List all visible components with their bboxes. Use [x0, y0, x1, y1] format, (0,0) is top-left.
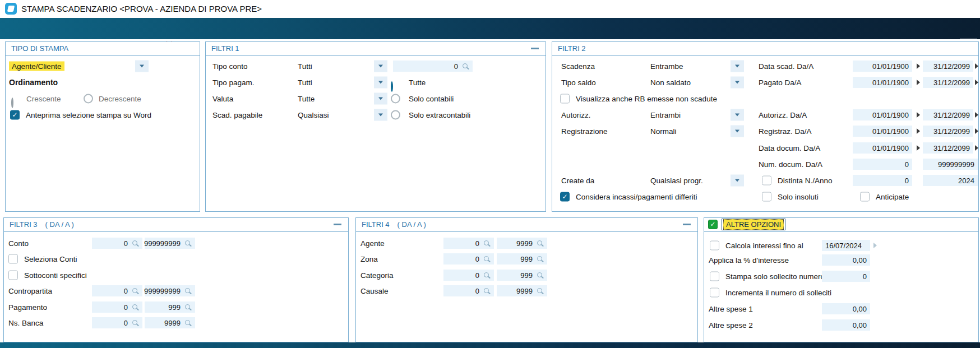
- search-icon[interactable]: [132, 287, 139, 295]
- minimize-icon[interactable]: [531, 48, 539, 49]
- calendar-arrow-icon[interactable]: [873, 243, 880, 248]
- chevron-down-icon[interactable]: [374, 109, 387, 121]
- anticipate-checkbox[interactable]: [860, 192, 870, 202]
- chevron-down-icon[interactable]: [374, 61, 387, 72]
- chevron-down-icon[interactable]: [731, 175, 744, 187]
- chevron-down-icon[interactable]: [731, 77, 744, 89]
- calcola-interessi-date-field[interactable]: 16/07/2024: [822, 240, 870, 251]
- anteprima-checkbox[interactable]: [10, 110, 20, 120]
- tipo-stampa-select-value[interactable]: Agente/Cliente: [9, 62, 64, 71]
- ns-banca-from-field[interactable]: 0: [92, 317, 142, 328]
- minimize-icon[interactable]: [334, 224, 341, 225]
- search-icon[interactable]: [483, 240, 491, 247]
- chevron-down-icon[interactable]: [374, 77, 387, 89]
- contropartita-from-field[interactable]: 0: [92, 285, 142, 296]
- scad-pagabile-value[interactable]: Qualsiasi: [298, 111, 329, 119]
- search-icon[interactable]: [184, 319, 192, 327]
- radio-solo-contabili[interactable]: [391, 94, 400, 104]
- radio-solo-extracontabili[interactable]: [391, 110, 400, 120]
- calendar-arrow-icon[interactable]: [975, 145, 980, 151]
- search-icon[interactable]: [483, 256, 491, 263]
- contropartita-to-field[interactable]: 999999999: [145, 285, 195, 296]
- calendar-arrow-icon[interactable]: [917, 80, 923, 85]
- ns-banca-to-field[interactable]: 9999: [145, 317, 195, 328]
- search-icon[interactable]: [537, 240, 544, 247]
- chevron-down-icon[interactable]: [374, 93, 387, 105]
- calendar-arrow-icon[interactable]: [975, 112, 980, 118]
- autorizz-value[interactable]: Entrambi: [650, 111, 681, 119]
- conto-search-field[interactable]: 0: [393, 61, 473, 72]
- distinta-checkbox[interactable]: [762, 176, 771, 185]
- create-da-value[interactable]: Qualsiasi progr.: [650, 177, 703, 185]
- calendar-arrow-icon[interactable]: [917, 145, 923, 151]
- calendar-arrow-icon[interactable]: [975, 128, 980, 134]
- tipo-pagam-value[interactable]: Tutti: [298, 78, 312, 87]
- registraz-to-field[interactable]: 31/12/2099: [923, 126, 973, 137]
- altre-spese-1-field[interactable]: 0,00: [822, 303, 870, 314]
- search-icon[interactable]: [132, 240, 139, 247]
- incrementa-solleciti-checkbox[interactable]: [710, 288, 719, 298]
- visualizza-rb-checkbox[interactable]: [560, 94, 570, 104]
- distinta-num-field[interactable]: 0: [853, 175, 912, 186]
- registrazione-value[interactable]: Normali: [650, 127, 677, 136]
- altre-opzioni-checkbox[interactable]: [708, 220, 718, 229]
- considera-checkbox[interactable]: [560, 192, 570, 202]
- autorizz-to-field[interactable]: 31/12/2099: [923, 109, 973, 120]
- agente-to-field[interactable]: 9999: [497, 238, 547, 249]
- autorizz-from-field[interactable]: 01/01/1900: [853, 109, 912, 120]
- search-icon[interactable]: [184, 287, 192, 295]
- causale-from-field[interactable]: 0: [443, 285, 494, 296]
- highlighted-value[interactable]: Agente/Cliente: [9, 62, 64, 71]
- calendar-arrow-icon[interactable]: [917, 63, 923, 69]
- sottoconti-checkbox[interactable]: [8, 271, 18, 280]
- calendar-arrow-icon[interactable]: [975, 80, 980, 85]
- conto-from-field[interactable]: 0: [92, 238, 142, 249]
- scadenza-value[interactable]: Entrambe: [650, 62, 683, 71]
- calendar-arrow-icon[interactable]: [975, 63, 980, 69]
- causale-to-field[interactable]: 9999: [497, 285, 547, 296]
- search-icon[interactable]: [483, 272, 491, 279]
- num-docum-to-field[interactable]: 999999999: [923, 159, 978, 170]
- data-docum-from-field[interactable]: 01/01/1900: [853, 142, 912, 154]
- stampa-sollecito-field[interactable]: 0: [822, 271, 870, 282]
- chevron-down-icon[interactable]: [731, 109, 744, 121]
- radio-tutte[interactable]: [391, 81, 393, 92]
- search-icon[interactable]: [537, 272, 544, 279]
- altre-opzioni-title-box[interactable]: ALTRE OPZIONI: [722, 219, 785, 230]
- categoria-to-field[interactable]: 999: [497, 270, 547, 281]
- search-icon[interactable]: [537, 256, 544, 263]
- minimize-icon[interactable]: [683, 224, 691, 225]
- radio-crescente[interactable]: [11, 98, 13, 108]
- calendar-arrow-icon[interactable]: [917, 112, 923, 118]
- seleziona-conti-checkbox[interactable]: [8, 254, 18, 264]
- zona-from-field[interactable]: 0: [443, 253, 494, 265]
- pagamento-from-field[interactable]: 0: [92, 301, 142, 313]
- pagato-to-field[interactable]: 31/12/2099: [923, 77, 973, 88]
- chevron-down-icon[interactable]: [135, 61, 149, 72]
- valuta-value[interactable]: Tutte: [298, 95, 315, 103]
- stampa-sollecito-checkbox[interactable]: [710, 272, 719, 281]
- search-icon[interactable]: [537, 287, 544, 295]
- search-icon[interactable]: [483, 287, 491, 295]
- data-docum-to-field[interactable]: 31/12/2099: [923, 142, 973, 154]
- agente-from-field[interactable]: 0: [443, 238, 494, 249]
- zona-to-field[interactable]: 999: [497, 253, 547, 265]
- data-scad-to-field[interactable]: 31/12/2099: [923, 61, 973, 72]
- registraz-from-field[interactable]: 01/01/1900: [853, 126, 912, 137]
- search-icon[interactable]: [184, 304, 192, 311]
- tipo-conto-value[interactable]: Tutti: [298, 62, 312, 71]
- pagamento-to-field[interactable]: 999: [145, 301, 195, 313]
- search-icon[interactable]: [132, 319, 139, 327]
- applica-interesse-field[interactable]: 0,00: [822, 254, 870, 266]
- data-scad-from-field[interactable]: 01/01/1900: [853, 61, 912, 72]
- conto-to-field[interactable]: 999999999: [145, 238, 195, 249]
- chevron-down-icon[interactable]: [731, 126, 744, 137]
- radio-decrescente[interactable]: [84, 94, 93, 104]
- altre-spese-2-field[interactable]: 0,00: [822, 319, 870, 331]
- search-icon[interactable]: [462, 63, 469, 70]
- tipo-saldo-value[interactable]: Non saldato: [650, 78, 691, 87]
- pagato-from-field[interactable]: 01/01/1900: [853, 77, 912, 88]
- search-icon[interactable]: [132, 304, 139, 311]
- search-icon[interactable]: [184, 240, 192, 247]
- calcola-interessi-checkbox[interactable]: [710, 241, 719, 250]
